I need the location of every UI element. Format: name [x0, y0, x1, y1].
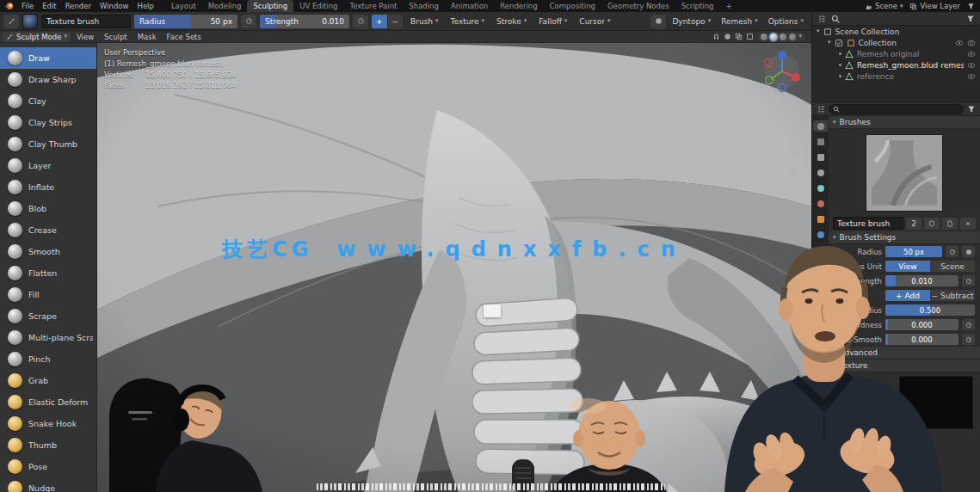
tool-item-nudge[interactable]: Nudge: [0, 477, 96, 492]
shading-rendered-button[interactable]: [789, 34, 796, 40]
remesh-dropdown[interactable]: Remesh ▾: [717, 17, 762, 26]
new-datablock-button[interactable]: [942, 218, 958, 230]
tool-item-snake-hook[interactable]: Snake Hook: [0, 413, 96, 434]
tool-item-blob[interactable]: Blob: [0, 198, 96, 219]
options-dropdown[interactable]: Options ▾: [764, 17, 808, 26]
radius-slider[interactable]: Radius 50 px: [134, 15, 237, 28]
workspace-tab-geometry-nodes[interactable]: Geometry Nodes: [601, 0, 675, 12]
strength-slider[interactable]: Strength 0.010: [260, 15, 349, 28]
shading-solid-button[interactable]: [770, 34, 777, 40]
hide-eye-icon[interactable]: [967, 72, 976, 81]
zoom-icon[interactable]: [787, 105, 798, 116]
blender-logo-icon[interactable]: [3, 2, 15, 10]
snap-magnet-icon[interactable]: [712, 33, 720, 40]
workspace-tab-texture-paint[interactable]: Texture Paint: [344, 0, 404, 12]
workspace-tab-rendering[interactable]: Rendering: [494, 0, 543, 12]
strength-pressure-button[interactable]: [353, 15, 368, 28]
viewport-menu-face-sets[interactable]: Face Sets: [163, 33, 206, 41]
users-count-button[interactable]: 2: [906, 218, 921, 230]
workspace-tab-add[interactable]: +: [719, 0, 737, 12]
falloff-dropdown[interactable]: Falloff ▾: [534, 17, 571, 26]
xray-toggle-icon[interactable]: [746, 33, 754, 40]
auto-smooth-pressure-button[interactable]: [962, 334, 975, 345]
tool-item-draw-sharp[interactable]: Draw Sharp: [0, 69, 96, 90]
filter-funnel-icon[interactable]: [967, 3, 975, 10]
outliner-row-scene-collection[interactable]: ▾ Scene Collection: [812, 26, 980, 37]
workspace-tab-compositing[interactable]: Compositing: [544, 0, 601, 12]
camera-view-icon[interactable]: [787, 145, 798, 156]
tab-output[interactable]: [813, 151, 828, 163]
ortho-grid-icon[interactable]: [787, 164, 798, 175]
brush-name-field[interactable]: [41, 15, 131, 28]
brushes-panel-header[interactable]: ▾ Brushes: [829, 116, 980, 129]
tool-item-multiplane-scrape[interactable]: Multi-plane Scrape: [0, 327, 96, 348]
tab-object[interactable]: [813, 213, 828, 224]
tool-item-grab[interactable]: Grab: [0, 370, 96, 391]
viewport-menu-view[interactable]: View: [72, 33, 98, 41]
tab-render[interactable]: [813, 136, 828, 147]
tool-item-crease[interactable]: Crease: [0, 219, 96, 241]
stroke-dropdown[interactable]: Stroke ▾: [492, 17, 531, 26]
menu-help[interactable]: Help: [133, 0, 157, 12]
direction-add-button[interactable]: +: [372, 15, 388, 28]
menu-render[interactable]: Render: [61, 0, 96, 12]
radius-pressure-button[interactable]: [241, 15, 256, 28]
brush-datablock-name-field[interactable]: [833, 217, 903, 230]
filter-funnel-icon[interactable]: [967, 105, 976, 114]
workspace-tab-modeling[interactable]: Modeling: [202, 0, 248, 12]
menu-window[interactable]: Window: [96, 0, 133, 12]
radius-extra-button[interactable]: [962, 246, 975, 257]
gizmo-toggle-icon[interactable]: [724, 33, 731, 40]
editor-type-button[interactable]: [3, 15, 19, 28]
tool-item-draw[interactable]: Draw: [0, 47, 96, 69]
outliner-display-mode-icon[interactable]: [817, 15, 826, 23]
menu-edit[interactable]: Edit: [38, 0, 60, 12]
tool-item-smooth[interactable]: Smooth: [0, 241, 96, 262]
search-icon[interactable]: [831, 15, 840, 23]
scene-selector[interactable]: Scene ▾: [865, 2, 903, 10]
cursor-dropdown[interactable]: Cursor ▾: [575, 17, 614, 26]
brush-texture-preview[interactable]: [866, 134, 943, 212]
outliner-row-object-0[interactable]: Remesh original: [812, 48, 980, 59]
strength-pressure-button[interactable]: [962, 275, 975, 286]
fake-user-button[interactable]: [924, 218, 940, 230]
tool-item-layer[interactable]: Layer: [0, 155, 96, 176]
direction-subtract-button[interactable]: −: [388, 15, 404, 28]
view-layer-selector[interactable]: View Layer: [909, 2, 960, 10]
unlink-button[interactable]: [960, 218, 976, 230]
hide-eye-icon[interactable]: [967, 50, 976, 58]
tab-tool[interactable]: [813, 120, 828, 132]
pan-hand-icon[interactable]: [787, 125, 798, 136]
menu-file[interactable]: File: [17, 0, 38, 12]
tool-item-inflate[interactable]: Inflate: [0, 176, 96, 198]
navigation-gizmo[interactable]: [763, 48, 801, 95]
tool-item-thumb[interactable]: Thumb: [0, 434, 96, 456]
expand-caret-icon[interactable]: ▾: [828, 40, 831, 46]
workspace-tab-shading[interactable]: Shading: [403, 0, 445, 12]
outliner-row-collection[interactable]: ▾ Collection: [812, 37, 980, 48]
tool-item-fill[interactable]: Fill: [0, 284, 96, 305]
dyntopo-dropdown[interactable]: Dyntopo ▾: [668, 17, 715, 26]
tab-view-layer[interactable]: [813, 167, 828, 178]
mode-selector[interactable]: Sculpt Mode ▾: [3, 32, 71, 42]
shading-wireframe-button[interactable]: [761, 34, 767, 40]
checkbox-icon[interactable]: [835, 39, 843, 47]
tool-item-elastic-deform[interactable]: Elastic Deform: [0, 391, 96, 413]
tab-world[interactable]: [813, 198, 828, 209]
tool-item-pose[interactable]: Pose: [0, 456, 96, 477]
properties-search-input[interactable]: [829, 104, 964, 114]
hide-eye-icon[interactable]: [967, 61, 976, 70]
hardness-pressure-button[interactable]: [962, 319, 975, 330]
workspace-tab-animation[interactable]: Animation: [445, 0, 494, 12]
overlays-toggle-icon[interactable]: [735, 33, 743, 40]
outliner-row-object-1[interactable]: Remesh_gmoen.blud remesh: [812, 59, 980, 71]
tool-item-flatten[interactable]: Flatten: [0, 262, 96, 284]
chevron-down-icon[interactable]: ▾: [798, 34, 802, 40]
shading-material-button[interactable]: [780, 34, 786, 40]
tab-scene[interactable]: [813, 182, 828, 194]
render-visibility-icon[interactable]: [967, 39, 976, 47]
sphere-toggle-button[interactable]: [650, 15, 666, 28]
outliner-row-object-2[interactable]: reference: [812, 71, 980, 82]
workspace-tab-sculpting[interactable]: Sculpting: [247, 0, 293, 12]
tool-item-pinch[interactable]: Pinch: [0, 348, 96, 370]
